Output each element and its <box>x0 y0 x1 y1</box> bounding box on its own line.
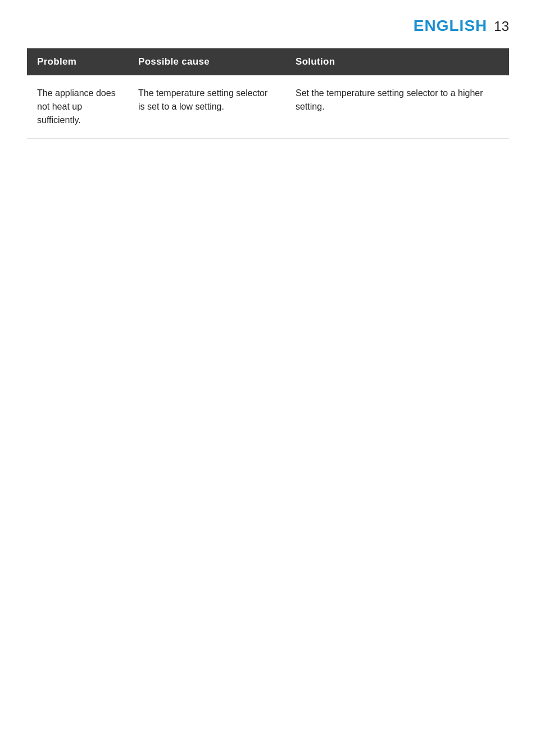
troubleshoot-table: Problem Possible cause Solution The appl… <box>27 48 509 139</box>
cell-possible-cause: The temperature setting selector is set … <box>128 75 285 139</box>
table-row: The appliance does not heat up sufficien… <box>27 75 509 139</box>
page-title: ENGLISH <box>414 17 487 35</box>
column-header-solution: Solution <box>285 48 509 75</box>
page-container: ENGLISH 13 Problem Possible cause Soluti… <box>0 0 536 756</box>
page-number: 13 <box>494 19 509 34</box>
cell-solution: Set the temperature setting selector to … <box>285 75 509 139</box>
cell-problem: The appliance does not heat up sufficien… <box>27 75 128 139</box>
table-header-row: Problem Possible cause Solution <box>27 48 509 75</box>
column-header-problem: Problem <box>27 48 128 75</box>
column-header-possible-cause: Possible cause <box>128 48 285 75</box>
page-header: ENGLISH 13 <box>27 17 509 35</box>
